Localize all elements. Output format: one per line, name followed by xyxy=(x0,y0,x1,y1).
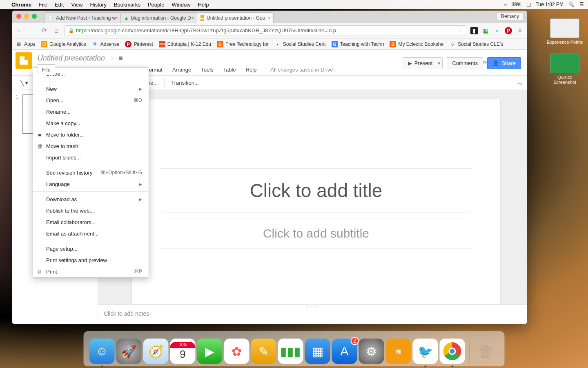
menu-item-print[interactable]: ⎙Print⌘P xyxy=(33,266,149,277)
mac-menu-edit[interactable]: Edit xyxy=(55,2,64,8)
mac-menu-help[interactable]: Help xyxy=(198,2,209,8)
mac-menu-file[interactable]: File xyxy=(39,2,47,8)
dock-app-numbers[interactable]: ▮▮▮ xyxy=(278,339,303,364)
bookmark-item[interactable]: eduEdutopia | K-12 Edu xyxy=(159,41,211,47)
slide-canvas[interactable]: Click to add title Click to add subtitle xyxy=(98,90,527,324)
speaker-notes[interactable]: • • • Click to add notes xyxy=(98,304,527,324)
dock-app-pages[interactable]: ✎ xyxy=(251,339,276,364)
present-button[interactable]: ▶Present▾ xyxy=(403,57,443,69)
dock-app-settings[interactable]: ⚙ xyxy=(359,339,384,364)
menu-table[interactable]: Table xyxy=(219,65,240,74)
menu-item-revision-history[interactable]: See revision history⌘+Option+Shift+G xyxy=(33,167,149,178)
collapse-toolbar-icon[interactable]: ︽ xyxy=(517,79,523,86)
comments-button[interactable]: Comments xyxy=(447,57,483,69)
address-bar[interactable]: 🔒 https://docs.google.com/presentation/d… xyxy=(65,25,466,36)
dock-app-calendar[interactable]: JUN 9 xyxy=(170,339,196,364)
slide[interactable]: Click to add title Click to add subtitle xyxy=(132,99,500,312)
minimize-window-icon[interactable] xyxy=(24,14,29,19)
battery-icon[interactable]: ▢ xyxy=(526,2,531,7)
bookmark-item[interactable]: ◫Google Analytics xyxy=(41,41,86,47)
close-window-icon[interactable] xyxy=(16,14,21,19)
menu-item-import-slides[interactable]: Import slides... xyxy=(33,152,149,163)
bookmark-item[interactable]: PPinterest xyxy=(125,41,153,47)
dock-trash[interactable]: 🗑 xyxy=(474,339,499,364)
clock[interactable]: Tue 1:02 PM xyxy=(536,2,564,7)
present-dropdown-icon[interactable]: ▾ xyxy=(435,60,441,66)
menu-item-print-settings[interactable]: Print settings and preview xyxy=(33,254,149,266)
notes-placeholder[interactable]: Click to add notes xyxy=(98,309,527,319)
bookmark-item[interactable]: ≣Adsense xyxy=(92,41,120,47)
mac-menu-people[interactable]: People xyxy=(148,2,164,8)
menu-file[interactable]: File xyxy=(38,65,55,75)
browser-tab[interactable]: 📄 Add New Post ‹ Teaching w × xyxy=(44,12,121,23)
menu-item-email-attachment[interactable]: Email as attachment... xyxy=(33,228,149,239)
tab-close-icon[interactable]: × xyxy=(115,15,118,21)
extension-icon[interactable]: ▦ xyxy=(482,27,489,34)
bookmark-item[interactable]: ▪Social Studies Cent xyxy=(274,41,326,47)
mac-menu-window[interactable]: Window xyxy=(172,2,190,8)
menu-item-open[interactable]: Open...⌘O xyxy=(33,94,149,106)
menu-item-rename[interactable]: Rename... xyxy=(33,106,149,117)
dock-app-appstore[interactable]: A2 xyxy=(332,339,357,364)
menu-item-move-to-folder[interactable]: ■Move to folder... xyxy=(33,129,149,140)
title-placeholder[interactable]: Click to add title xyxy=(161,168,471,213)
spotlight-icon[interactable]: 🔍 xyxy=(568,2,575,7)
desktop-file-experience-points[interactable]: Experience Points xyxy=(546,18,583,45)
document-title[interactable]: Untitled presentation xyxy=(38,54,105,63)
dock-app-photos[interactable]: ✿ xyxy=(224,339,249,364)
mac-app-name[interactable]: Chrome xyxy=(11,2,31,8)
dock-app-finder[interactable]: ☺ xyxy=(89,339,115,364)
notification-center-icon[interactable]: ☰ xyxy=(579,2,584,7)
menu-item-publish-web[interactable]: Publish to the web... xyxy=(33,205,149,216)
share-button[interactable]: 👤Share xyxy=(487,57,521,69)
menu-item-download-as[interactable]: Download as▶ xyxy=(33,193,149,205)
bookmark-item[interactable]: GTeaching with Techn xyxy=(332,41,384,47)
menu-item-page-setup[interactable]: Page setup... xyxy=(33,243,149,254)
bookmark-item[interactable]: ◊Social Studies CLE's xyxy=(449,41,503,47)
tab-close-icon[interactable]: × xyxy=(268,15,271,21)
dock-app-chrome[interactable] xyxy=(440,339,465,364)
forward-icon[interactable]: → xyxy=(28,27,36,34)
browser-tab[interactable]: ▲ blog information - Google D × xyxy=(120,12,197,23)
menu-tools[interactable]: Tools xyxy=(197,65,217,74)
bookmark-item[interactable]: BMy Eclectic Bookshe xyxy=(390,41,443,47)
home-icon[interactable]: ⌂ xyxy=(52,27,60,34)
desktop-file-quizizz[interactable]: Quizizz Screenshot xyxy=(546,54,583,85)
dock-app-twitter[interactable]: 🐦 xyxy=(413,339,438,364)
mac-menu-history[interactable]: History xyxy=(90,2,106,8)
browser-tab-active[interactable]: ▬ Untitled presentation - Goo × xyxy=(197,12,274,23)
dropbox-icon[interactable]: ⟐ xyxy=(504,2,507,7)
menu-item-language[interactable]: Language▶ xyxy=(33,178,149,190)
menu-help[interactable]: Help xyxy=(242,65,261,74)
menu-arrange[interactable]: Arrange xyxy=(168,65,195,74)
bookmark-item[interactable]: BFree Technology for xyxy=(217,41,269,47)
dock-app-keynote[interactable]: ▦ xyxy=(305,339,330,364)
transition-button[interactable]: Transition... xyxy=(167,78,203,88)
mac-menu-bookmarks[interactable]: Bookmarks xyxy=(114,2,140,8)
line-tool-icon[interactable]: ╲ ▾ xyxy=(16,78,32,88)
dock-app-facetime[interactable]: ▶ xyxy=(197,339,223,364)
chrome-menu-icon[interactable]: ≡ xyxy=(516,27,523,34)
menu-item-email-collaborators[interactable]: Email collaborators... xyxy=(33,216,149,228)
maximize-window-icon[interactable] xyxy=(32,14,37,19)
bookmark-apps[interactable]: ▦Apps xyxy=(16,41,35,47)
bookmark-star-icon[interactable]: ☆ xyxy=(458,27,463,34)
subtitle-placeholder[interactable]: Click to add subtitle xyxy=(161,218,471,249)
dock-app-launchpad[interactable]: 🚀 xyxy=(116,339,142,364)
dock-app-safari[interactable]: 🧭 xyxy=(143,339,169,364)
extension-icon[interactable]: ▮ xyxy=(470,27,478,34)
reload-icon[interactable]: ⟳ xyxy=(40,27,48,34)
notes-resize-handle[interactable]: • • • xyxy=(98,305,527,309)
star-icon[interactable]: ☆ xyxy=(109,54,115,62)
slides-logo-icon[interactable] xyxy=(16,52,32,69)
mac-menu-view[interactable]: View xyxy=(71,2,82,8)
tab-close-icon[interactable]: × xyxy=(192,15,194,21)
back-icon[interactable]: ← xyxy=(16,27,24,34)
menu-item-make-copy[interactable]: Make a copy... xyxy=(33,117,149,129)
chrome-user-button[interactable]: Bethany xyxy=(497,12,523,20)
folder-icon[interactable]: ■ xyxy=(119,54,123,62)
extension-icon[interactable]: ▫ xyxy=(493,27,501,34)
menu-item-move-to-trash[interactable]: 🗑Move to trash xyxy=(33,140,149,152)
menu-item-new[interactable]: New▶ xyxy=(33,83,149,94)
dock-app-calculator[interactable]: ▦ xyxy=(386,339,411,364)
